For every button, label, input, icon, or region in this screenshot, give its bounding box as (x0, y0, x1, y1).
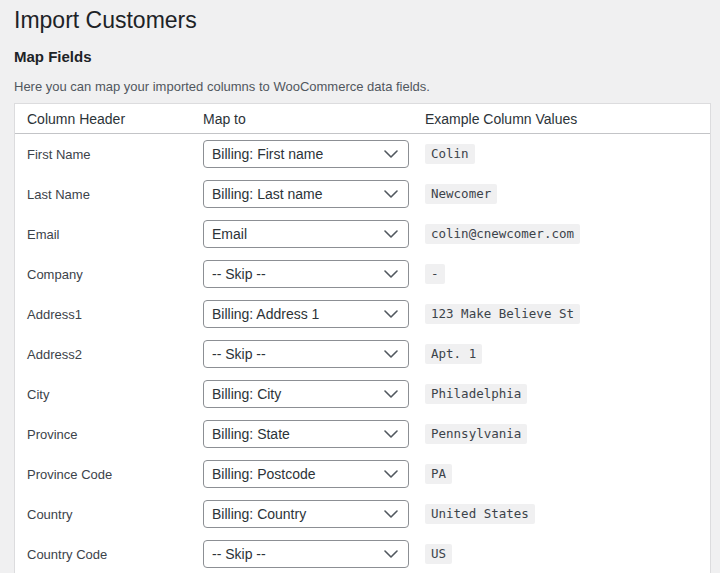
example-value: Philadelphia (425, 384, 527, 404)
field-mapping-row: Country Billing: Country United States (15, 494, 710, 534)
example-value: United States (425, 504, 535, 524)
field-mapping-row: Email Email colin@cnewcomer.com (15, 214, 710, 254)
map-to-select-wrap: Billing: First name (203, 140, 409, 168)
column-header-label: City (27, 387, 203, 402)
section-title: Map Fields (14, 47, 711, 66)
example-value: 123 Make Believe St (425, 304, 580, 324)
field-mapping-row: Address2 -- Skip -- Apt. 1 (15, 334, 710, 374)
example-value: Apt. 1 (425, 344, 482, 364)
map-to-select[interactable]: Billing: First name (203, 140, 409, 168)
example-value: colin@cnewcomer.com (425, 224, 580, 244)
example-values-heading: Example Column Values (425, 111, 700, 127)
field-mapping-table: Column Header Map to Example Column Valu… (14, 103, 711, 573)
field-mapping-row: Address1 Billing: Address 1 123 Make Bel… (15, 294, 710, 334)
map-to-select-wrap: -- Skip -- (203, 340, 409, 368)
field-mapping-row: Country Code -- Skip -- US (15, 534, 710, 573)
example-value: Colin (425, 144, 475, 164)
column-header-label: First Name (27, 147, 203, 162)
table-header-row: Column Header Map to Example Column Valu… (15, 104, 710, 134)
table-body: First Name Billing: First name Colin Las… (15, 134, 710, 573)
map-to-select-wrap: Email (203, 220, 409, 248)
map-to-select[interactable]: -- Skip -- (203, 260, 409, 288)
map-to-select-wrap: Billing: State (203, 420, 409, 448)
column-header-label: Country (27, 507, 203, 522)
map-to-select[interactable]: Billing: Country (203, 500, 409, 528)
map-to-select[interactable]: Billing: Postcode (203, 460, 409, 488)
section-description: Here you can map your imported columns t… (14, 79, 711, 94)
column-header-label: Company (27, 267, 203, 282)
field-mapping-row: Province Billing: State Pennsylvania (15, 414, 710, 454)
map-to-select-wrap: Billing: Last name (203, 180, 409, 208)
example-value: PA (425, 464, 452, 484)
example-value: - (425, 264, 445, 284)
map-to-select[interactable]: Billing: Address 1 (203, 300, 409, 328)
field-mapping-row: City Billing: City Philadelphia (15, 374, 710, 414)
field-mapping-row: Province Code Billing: Postcode PA (15, 454, 710, 494)
map-to-select-wrap: Billing: Address 1 (203, 300, 409, 328)
column-header-label: Email (27, 227, 203, 242)
page-title: Import Customers (14, 6, 711, 35)
column-header-label: Address2 (27, 347, 203, 362)
map-to-select[interactable]: Billing: State (203, 420, 409, 448)
column-header-label: Province (27, 427, 203, 442)
column-header-label: Last Name (27, 187, 203, 202)
map-to-select[interactable]: Billing: City (203, 380, 409, 408)
map-to-heading: Map to (203, 111, 425, 127)
map-to-select[interactable]: Email (203, 220, 409, 248)
map-to-select[interactable]: -- Skip -- (203, 540, 409, 568)
map-to-select-wrap: Billing: Country (203, 500, 409, 528)
example-value: Pennsylvania (425, 424, 527, 444)
map-to-select[interactable]: Billing: Last name (203, 180, 409, 208)
column-header-label: Address1 (27, 307, 203, 322)
example-value: Newcomer (425, 184, 497, 204)
field-mapping-row: Company -- Skip -- - (15, 254, 710, 294)
import-customers-page: Import Customers Map Fields Here you can… (0, 6, 720, 573)
column-header-heading: Column Header (27, 111, 203, 127)
example-value: US (425, 544, 452, 564)
field-mapping-row: First Name Billing: First name Colin (15, 134, 710, 174)
column-header-label: Country Code (27, 547, 203, 562)
column-header-label: Province Code (27, 467, 203, 482)
map-to-select[interactable]: -- Skip -- (203, 340, 409, 368)
map-to-select-wrap: -- Skip -- (203, 260, 409, 288)
field-mapping-row: Last Name Billing: Last name Newcomer (15, 174, 710, 214)
map-to-select-wrap: Billing: Postcode (203, 460, 409, 488)
map-to-select-wrap: -- Skip -- (203, 540, 409, 568)
map-to-select-wrap: Billing: City (203, 380, 409, 408)
